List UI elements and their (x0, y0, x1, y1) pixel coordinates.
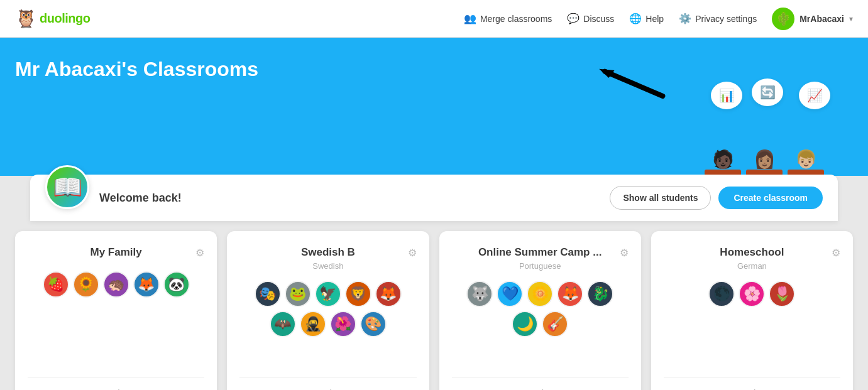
student-figure-1: 🧑🏿 (705, 151, 741, 176)
avatar: 🎨 (360, 311, 387, 337)
avatar: 🎭 (255, 281, 281, 307)
classroom-card[interactable]: Homeschool⚙German🌑🌸🌷3 students (651, 231, 853, 390)
classroom-header: My Family⚙ (28, 246, 204, 259)
settings-icon: ⚙️ (679, 13, 691, 24)
svg-line-0 (605, 53, 662, 115)
avatar: 🐉 (587, 281, 613, 307)
bubble-chart-icon: 📊 (711, 82, 742, 109)
create-classroom-button[interactable]: Create classroom (718, 187, 823, 209)
avatar: 🐼 (163, 271, 190, 298)
user-menu[interactable]: 🌵 MrAbacaxi ▾ (772, 8, 853, 30)
avatars-grid: 🌑🌸🌷 (708, 281, 795, 367)
help-icon: 🌐 (629, 13, 642, 24)
classroom-card[interactable]: My Family⚙🍓🌻🦔🦊🐼5 students (15, 231, 217, 390)
avatar: 🎸 (542, 311, 568, 337)
help-label: Help (646, 14, 664, 24)
avatar: 🦊 (557, 281, 583, 307)
avatars-grid: 🎭🐸🦅🦁🦊🦇🥷🌺🎨 (239, 281, 416, 367)
user-name: MrAbacaxi (799, 14, 844, 24)
classroom-card[interactable]: Swedish B⚙Swedish🎭🐸🦅🦁🦊🦇🥷🌺🎨9 students (227, 231, 429, 390)
gear-icon[interactable]: ⚙ (408, 247, 417, 259)
avatar-icon: 🌵 (776, 11, 791, 26)
merge-label: Merge classrooms (480, 14, 552, 24)
classroom-language: Portuguese (519, 261, 561, 271)
logo[interactable]: 🦉 duolingo (15, 8, 90, 29)
avatar: 🦊 (375, 281, 402, 307)
gear-icon[interactable]: ⚙ (832, 247, 840, 259)
logo-text: duolingo (40, 11, 90, 26)
classroom-language: German (737, 261, 767, 271)
welcome-left: 📖 Welcome back! (45, 187, 182, 209)
avatar: 🌸 (739, 281, 765, 307)
student-count: 7 students (452, 377, 629, 390)
welcome-bar: 📖 Welcome back! Show all students Create… (30, 175, 838, 221)
avatar-emoji: 📖 (53, 173, 82, 201)
chevron-down-icon: ▾ (849, 14, 853, 23)
classroom-language: Swedish (312, 261, 343, 271)
help-link[interactable]: 🌐 Help (629, 13, 664, 24)
merge-icon: 👥 (464, 13, 476, 24)
nav-links: 👥 Merge classrooms 💬 Discuss 🌐 Help ⚙️ P… (464, 8, 853, 30)
avatar: 🐺 (466, 281, 493, 307)
student-count: 5 students (28, 377, 204, 390)
avatar: 🦇 (270, 311, 296, 337)
avatar: 🌻 (73, 271, 99, 298)
discuss-label: Discuss (583, 14, 614, 24)
classrooms-grid: My Family⚙🍓🌻🦔🦊🐼5 studentsSwedish B⚙Swedi… (0, 221, 868, 390)
bubble-zigzag-icon: 📈 (799, 82, 830, 109)
gear-icon[interactable]: ⚙ (620, 247, 629, 259)
avatar: 🦊 (133, 271, 160, 298)
classroom-card[interactable]: Online Summer Camp ...⚙Portuguese🐺💙🌼🦊🐉🌙🎸… (439, 231, 641, 390)
privacy-label: Privacy settings (695, 14, 757, 24)
student-figure-2: 👩🏽 (746, 151, 783, 176)
avatar: 🦔 (103, 271, 129, 298)
student-count: 3 students (664, 377, 840, 390)
top-navigation: 🦉 duolingo 👥 Merge classrooms 💬 Discuss … (0, 0, 868, 38)
arrow-pointer (596, 41, 681, 131)
owl-icon: 🦉 (15, 8, 37, 29)
avatar: 💙 (497, 281, 523, 307)
privacy-settings-link[interactable]: ⚙️ Privacy settings (679, 13, 757, 24)
hero-illustration: 📊 🔄 📈 🧑🏿 👩🏽 👦🏼 (705, 75, 843, 176)
welcome-actions: Show all students Create classroom (610, 186, 823, 210)
classroom-header: Homeschool⚙ (664, 246, 840, 259)
bubble-progress-icon: 🔄 (752, 79, 783, 106)
welcome-text: Welcome back! (99, 192, 182, 205)
classroom-header: Swedish B⚙ (239, 246, 416, 259)
classroom-name: Online Summer Camp ... (478, 246, 602, 259)
student-figure-3: 👦🏼 (788, 151, 824, 176)
show-all-students-button[interactable]: Show all students (610, 186, 711, 210)
discuss-link[interactable]: 💬 Discuss (567, 13, 614, 24)
merge-classrooms-link[interactable]: 👥 Merge classrooms (464, 13, 552, 24)
avatar: 🌺 (330, 311, 356, 337)
classroom-header: Online Summer Camp ...⚙ (452, 246, 629, 259)
avatar: 🌙 (512, 311, 538, 337)
avatar: 🥷 (300, 311, 326, 337)
teacher-avatar: 📖 (45, 165, 89, 209)
avatars-grid: 🐺💙🌼🦊🐉🌙🎸 (452, 281, 629, 367)
discuss-icon: 💬 (567, 13, 580, 24)
gear-icon[interactable]: ⚙ (195, 247, 204, 259)
avatar: 🐸 (285, 281, 311, 307)
avatars-grid: 🍓🌻🦔🦊🐼 (43, 271, 190, 367)
avatar: 🦁 (345, 281, 371, 307)
classroom-name: My Family (91, 246, 142, 259)
avatar: 🌼 (527, 281, 553, 307)
avatar: 🦅 (315, 281, 341, 307)
hero-banner: Mr Abacaxi's Classrooms 📊 🔄 📈 🧑🏿 (0, 38, 868, 176)
avatar: 🌑 (708, 281, 735, 307)
student-count: 9 students (239, 377, 416, 390)
avatar: 🌷 (769, 281, 795, 307)
avatar: 🍓 (43, 271, 69, 298)
user-avatar: 🌵 (772, 8, 794, 30)
classroom-name: Swedish B (301, 246, 355, 259)
classroom-name: Homeschool (720, 246, 784, 259)
